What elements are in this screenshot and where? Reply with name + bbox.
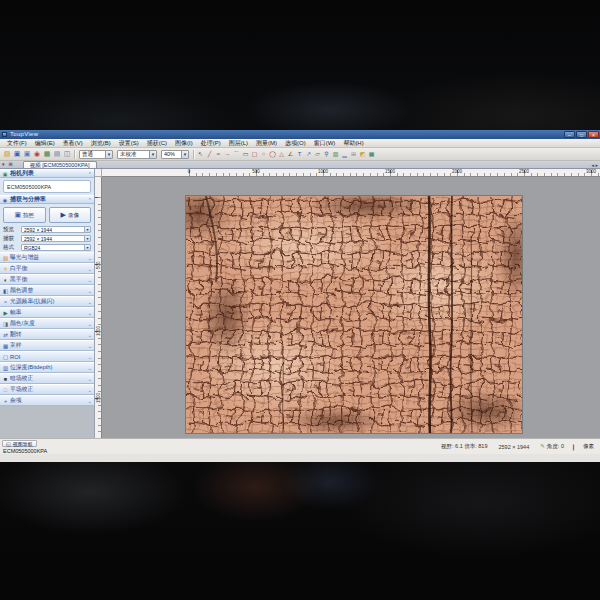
close-button[interactable]: × xyxy=(588,131,599,138)
sidebar-collapsed-panel[interactable]: ■ 暗场校正 ⌄ xyxy=(0,373,94,384)
draw-tool-icon[interactable]: ≈ xyxy=(214,149,223,159)
zoom-combo[interactable]: 40% ▾ xyxy=(161,150,189,159)
format-select[interactable]: RGB24 ▾ xyxy=(21,244,91,251)
tab-scroll-right-icon[interactable]: ▸ xyxy=(595,162,598,168)
draw-tool-icon[interactable]: T xyxy=(295,149,304,159)
chevron-down-icon[interactable]: ▾ xyxy=(84,227,90,232)
maximize-button[interactable]: □ xyxy=(576,131,587,138)
image-canvas[interactable]: 050010001500200025003000 50010001500 xyxy=(95,169,600,438)
minimize-button[interactable]: – xyxy=(564,131,575,138)
draw-tool-icon[interactable]: ◯ xyxy=(268,149,277,159)
draw-tool-icon[interactable]: ⊞ xyxy=(349,149,358,159)
toolbar-icon[interactable]: ▤ xyxy=(52,149,62,159)
toolbar-icon[interactable]: ▣ xyxy=(22,149,32,159)
toolbar-separator xyxy=(74,150,75,159)
chevron-down-icon[interactable]: ▾ xyxy=(84,245,90,250)
toolbar-icon[interactable]: ◫ xyxy=(62,149,72,159)
toolbar-icon[interactable]: ▨ xyxy=(2,149,12,159)
draw-tool-icon[interactable]: ▢ xyxy=(250,149,259,159)
tile-windows-icon[interactable]: ⊞ xyxy=(7,160,15,168)
draw-tool-icon[interactable]: ◩ xyxy=(358,149,367,159)
chevron-down-icon[interactable]: ▾ xyxy=(181,151,188,158)
expand-chevron-icon[interactable]: ⌄ xyxy=(88,266,92,272)
menu-item[interactable]: 设置(S) xyxy=(115,139,143,148)
menu-item[interactable]: 测量(M) xyxy=(252,139,281,148)
draw-tool-icon[interactable]: ∠ xyxy=(286,149,295,159)
sidebar-collapsed-panel[interactable]: □ 平场校正 ⌄ xyxy=(0,384,94,395)
capture-resolution-select[interactable]: 2592 × 1944 ▾ xyxy=(21,235,91,242)
draw-tool-icon[interactable]: ↖ xyxy=(196,149,205,159)
expand-chevron-icon[interactable]: ⌄ xyxy=(88,332,92,338)
menu-item[interactable]: 帮助(H) xyxy=(339,139,367,148)
chevron-down-icon[interactable]: ▾ xyxy=(105,151,112,158)
expand-chevron-icon[interactable]: ⌄ xyxy=(88,299,92,305)
toolbar-icon[interactable]: ▦ xyxy=(42,149,52,159)
draw-tool-icon[interactable]: ⌒ xyxy=(232,149,241,159)
expand-chevron-icon[interactable]: ⌄ xyxy=(88,387,92,393)
menu-item[interactable]: 图层(L) xyxy=(225,139,252,148)
expand-chevron-icon[interactable]: ⌄ xyxy=(88,288,92,294)
expand-chevron-icon[interactable]: ⌄ xyxy=(88,365,92,371)
expand-chevron-icon[interactable]: ⌄ xyxy=(88,310,92,316)
ruler-label: 2500 xyxy=(519,169,529,174)
menu-item[interactable]: 处理(P) xyxy=(197,139,225,148)
expand-chevron-icon[interactable]: ⌄ xyxy=(88,321,92,327)
draw-tool-icon[interactable]: ↗ xyxy=(304,149,313,159)
sidebar-collapsed-panel[interactable]: + 杂项 ⌄ xyxy=(0,395,94,406)
sidebar-collapsed-panel[interactable]: ◧ 颜色调整 ⌄ xyxy=(0,285,94,296)
draw-tool-icon[interactable]: ▁ xyxy=(340,149,349,159)
menu-item[interactable]: 捕获(C) xyxy=(143,139,171,148)
draw-tool-icon[interactable]: △ xyxy=(277,149,286,159)
chevron-down-icon[interactable]: ▾ xyxy=(84,236,90,241)
video-document-tab[interactable]: 视频 [ECM0505000KPA] xyxy=(23,161,97,168)
capture-resolution-panel-header[interactable]: ◉ 捕获与分辨率 ⌃ xyxy=(0,195,94,204)
expand-chevron-icon[interactable]: ⌄ xyxy=(88,277,92,283)
record-button[interactable]: ▶ 录像 xyxy=(49,207,92,223)
menu-item[interactable]: 文件(F) xyxy=(3,139,31,148)
draw-tool-icon[interactable]: ▥ xyxy=(331,149,340,159)
sidebar-collapsed-panel[interactable]: ◨ 颜色/灰度 ⌄ xyxy=(0,318,94,329)
view-navigator-tab[interactable]: ◱ 视图导航 xyxy=(2,440,37,447)
preview-resolution-select[interactable]: 2592 × 1944 ▾ xyxy=(21,226,91,233)
menu-item[interactable]: 选项(O) xyxy=(281,139,310,148)
draw-tool-icon[interactable]: ╱ xyxy=(205,149,214,159)
sidebar-collapsed-panel[interactable]: ◐ 黑平衡 ⌄ xyxy=(0,274,94,285)
camera-list-item[interactable]: ECM0505000KPA xyxy=(3,180,91,193)
chevron-down-icon[interactable]: ▾ xyxy=(149,151,156,158)
microscope-live-image[interactable] xyxy=(186,196,522,433)
snap-button[interactable]: ▣ 拍照 xyxy=(3,207,46,223)
collapse-chevron-icon[interactable]: ⌃ xyxy=(88,197,92,203)
expand-chevron-icon[interactable]: ⌄ xyxy=(88,255,92,261)
draw-tool-icon[interactable]: → xyxy=(223,149,232,159)
menu-item[interactable]: 图像(I) xyxy=(171,139,197,148)
sidebar-collapsed-panel[interactable]: ▶ 帧率 ⌄ xyxy=(0,307,94,318)
sidebar-collapsed-panel[interactable]: ▥ 位深度(Bitdepth) ⌄ xyxy=(0,362,94,373)
expand-chevron-icon[interactable]: ⌄ xyxy=(88,376,92,382)
sidebar-collapsed-panel[interactable]: ≈ 光源频率(抗频闪) ⌄ xyxy=(0,296,94,307)
sidebar-collapsed-panel[interactable]: ☀ 白平衡 ⌄ xyxy=(0,263,94,274)
draw-tool-icon[interactable]: ▭ xyxy=(241,149,250,159)
camera-list-panel-header[interactable]: ▣ 相机列表 ⌃ xyxy=(0,169,94,178)
sidebar-collapsed-panel[interactable]: ⇄ 翻转 ⌄ xyxy=(0,329,94,340)
menu-item[interactable]: 窗口(W) xyxy=(310,139,340,148)
expand-chevron-icon[interactable]: ⌄ xyxy=(88,398,92,404)
measurement-style-combo[interactable]: 普通 ▾ xyxy=(79,150,113,159)
panel-icon: ⇄ xyxy=(2,332,9,338)
sidebar-collapsed-panel[interactable]: ▧ 曝光与增益 ⌄ xyxy=(0,252,94,263)
expand-chevron-icon[interactable]: ⌄ xyxy=(88,354,92,360)
draw-tool-icon[interactable]: ⚲ xyxy=(322,149,331,159)
menu-item[interactable]: 编辑(E) xyxy=(31,139,59,148)
sidebar-collapsed-panel[interactable]: ▦ 采样 ⌄ xyxy=(0,340,94,351)
expand-chevron-icon[interactable]: ⌄ xyxy=(88,343,92,349)
tab-scroll-left-icon[interactable]: ◂ xyxy=(592,162,595,168)
calibration-combo[interactable]: 未校准 ▾ xyxy=(117,150,157,159)
menu-item[interactable]: 浏览(B) xyxy=(87,139,115,148)
toolbar-icon[interactable]: ◉ xyxy=(32,149,42,159)
draw-tool-icon[interactable]: ▦ xyxy=(367,149,376,159)
draw-tool-icon[interactable]: ○ xyxy=(259,149,268,159)
collapse-chevron-icon[interactable]: ⌃ xyxy=(88,171,92,177)
sidebar-collapsed-panel[interactable]: ▢ ROI ⌄ xyxy=(0,351,94,362)
draw-tool-icon[interactable]: ▱ xyxy=(313,149,322,159)
menu-item[interactable]: 查看(V) xyxy=(59,139,87,148)
toolbar-icon[interactable]: ▣ xyxy=(12,149,22,159)
